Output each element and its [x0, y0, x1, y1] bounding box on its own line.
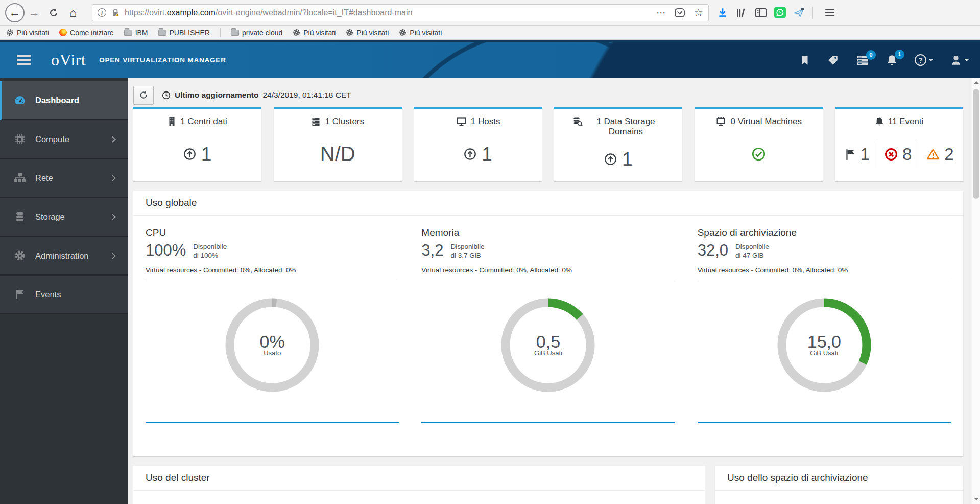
usage-column-memory: Memoria 3,2 Disponibiledi 3,7 GiB Virtua… [421, 227, 675, 423]
gear-icon [293, 29, 300, 36]
scroll-down-icon[interactable] [974, 498, 979, 500]
chevron-right-icon [109, 136, 116, 143]
forward-button[interactable]: → [25, 3, 44, 22]
alerts-badge: 1 [895, 50, 904, 59]
folder-icon [231, 30, 239, 36]
gear-icon [346, 29, 353, 36]
cpu-sparkline[interactable] [146, 422, 399, 423]
content-scrollbar[interactable] [972, 78, 980, 504]
sidebars-icon[interactable] [755, 8, 767, 18]
tags-button[interactable] [827, 54, 839, 66]
nav-toggle-button[interactable] [17, 55, 31, 65]
url-path: /ovirt-engine/webadmin/?locale=it_IT#das… [216, 8, 413, 17]
page-actions-icon[interactable]: ⋯ [656, 7, 666, 18]
gear-icon [13, 250, 27, 261]
gear-icon [399, 29, 407, 36]
bookmark-folder[interactable]: IBM [124, 29, 148, 37]
url-text[interactable]: https://ovirt.example.com/ovirt-engine/w… [125, 8, 656, 17]
flag-count: 1 [861, 145, 870, 164]
page-info-icon[interactable]: i [98, 8, 106, 17]
refresh-button[interactable] [133, 86, 154, 105]
help-menu-button[interactable]: ? [915, 54, 933, 66]
bookmark-star-icon[interactable]: ☆ [694, 7, 703, 19]
bookmark-folder[interactable]: private cloud [231, 29, 282, 37]
cpu-donut-chart[interactable]: 0% Usato [224, 296, 321, 394]
panel-title: Uso del cluster [133, 466, 705, 490]
firefox-icon [59, 29, 67, 36]
sidebar-item-administration[interactable]: Administration [0, 237, 128, 276]
last-update-label: Ultimo aggiornamento [175, 90, 258, 100]
sidebar-item-network[interactable]: Rete [0, 159, 128, 198]
brand-logo[interactable]: oVirt [51, 51, 86, 70]
downloads-icon[interactable] [717, 7, 728, 18]
cluster-usage-panel: Uso del cluster [133, 466, 705, 504]
divider [146, 281, 399, 281]
whatsapp-icon[interactable] [774, 7, 786, 18]
bookmark-label: Più visitati [356, 29, 389, 37]
bookmark-item[interactable]: Più visitati [6, 29, 49, 37]
storage-sparkline[interactable] [698, 422, 951, 423]
usage-available-value: 3,2 [421, 242, 443, 258]
usage-column-storage: Spazio di archiviazione 32,0 Disponibile… [698, 227, 951, 423]
bookmark-item[interactable]: Più visitati [399, 29, 442, 37]
insecure-lock-icon[interactable] [111, 8, 120, 17]
storage-donut-chart[interactable]: 15,0 GiB Usati [776, 296, 873, 394]
events-warnings[interactable]: 2 [919, 145, 961, 164]
host-icon [456, 117, 467, 127]
home-button[interactable]: ⌂ [63, 3, 83, 22]
url-bar[interactable]: i https://ovirt.example.com/ovirt-engine… [92, 4, 709, 21]
summary-cards: 1 Centri dati 1 1 Clusters N/D [133, 107, 963, 181]
sidebar-item-events[interactable]: Events [0, 276, 128, 314]
available-of: di 100% [193, 251, 218, 259]
tag-icon [827, 54, 839, 66]
dashboard-main: Ultimo aggiornamento 24/3/2019, 01:41:18… [128, 78, 972, 504]
menu-button[interactable] [820, 3, 840, 22]
back-button[interactable]: ← [5, 3, 25, 22]
reload-icon [49, 8, 59, 18]
bookmark-folder[interactable]: PUBLISHER [158, 29, 210, 37]
scroll-up-icon[interactable] [974, 81, 979, 84]
bookmarks-button[interactable] [800, 55, 810, 66]
card-clusters[interactable]: 1 Clusters N/D [274, 107, 402, 181]
user-menu-button[interactable] [950, 54, 969, 66]
bookmark-item[interactable]: Più visitati [346, 29, 389, 37]
events-errors[interactable]: 8 [877, 145, 919, 164]
card-title: 0 Virtual Machines [730, 117, 802, 127]
chevron-right-icon [109, 253, 116, 259]
home-icon: ⌂ [69, 6, 77, 20]
bookmark-label: IBM [135, 29, 148, 37]
url-scheme: https://ovirt. [125, 8, 167, 17]
memory-donut-chart[interactable]: 0,5 GiB Usati [499, 296, 596, 394]
card-data-centers[interactable]: 1 Centri dati 1 [133, 107, 261, 181]
card-hosts[interactable]: 1 Hosts 1 [414, 107, 542, 181]
usage-column-cpu: CPU 100% Disponibiledi 100% Virtual reso… [146, 227, 399, 423]
sidebar-item-dashboard[interactable]: Dashboard [0, 81, 128, 120]
scrollbar-thumb[interactable] [973, 89, 979, 199]
help-icon: ? [915, 54, 926, 66]
donut-value: 0% [260, 333, 285, 350]
toolbar-separator [812, 7, 813, 19]
trend-up-icon [604, 153, 617, 166]
bookmark-label: Più visitati [410, 29, 442, 37]
memory-sparkline[interactable] [421, 422, 675, 423]
bookmark-item[interactable]: Come iniziare [59, 29, 114, 37]
sidebar-item-compute[interactable]: Compute [0, 120, 128, 159]
bookmark-item[interactable]: Più visitati [293, 29, 336, 37]
card-events[interactable]: 11 Eventi 1 8 2 [835, 107, 963, 181]
events-flagged[interactable]: 1 [838, 145, 877, 164]
tasks-button[interactable]: 0 [856, 55, 869, 66]
virtual-resources-line: Virtual resources - Committed: 0%, Alloc… [421, 266, 675, 274]
library-icon[interactable] [735, 7, 748, 18]
chevron-right-icon [109, 214, 116, 220]
ok-check-icon [752, 147, 766, 161]
card-virtual-machines[interactable]: 0 Virtual Machines [695, 107, 823, 181]
alerts-button[interactable]: 1 [886, 54, 898, 66]
storage-usage-panel: Uso dello spazio di archiviazione [715, 466, 963, 504]
clock-icon [162, 91, 171, 100]
telegram-icon[interactable] [793, 7, 805, 18]
reload-button[interactable] [44, 3, 63, 22]
trend-up-icon [183, 148, 196, 161]
card-storage-domains[interactable]: 1 Data Storage Domains 1 [554, 107, 682, 181]
pocket-icon[interactable] [674, 8, 685, 18]
sidebar-item-storage[interactable]: Storage [0, 198, 128, 237]
